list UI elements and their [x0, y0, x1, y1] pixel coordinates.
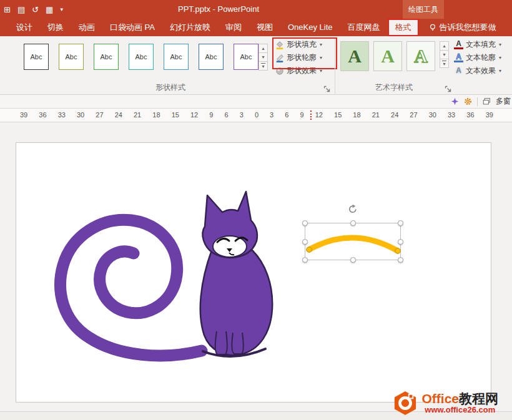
- gallery-more-icon[interactable]: ▾: [440, 59, 449, 68]
- tab-transitions[interactable]: 切换: [40, 19, 71, 36]
- shape-style-gallery: Abc Abc Abc Abc Abc Abc Abc: [24, 44, 258, 70]
- shape-effects-button[interactable]: 形状效果 ▾: [275, 66, 322, 76]
- resize-handle-w[interactable]: [302, 239, 308, 245]
- gear-icon[interactable]: [464, 97, 472, 105]
- window-title: PPT.pptx - PowerPoint: [0, 0, 437, 19]
- text-outline-label: 文本轮廓: [466, 52, 496, 63]
- wordart-style-thumbnail[interactable]: A: [406, 41, 435, 71]
- shape-format-buttons: 形状填充 ▾ 形状轮廓 ▾ 形状效果 ▾: [275, 39, 322, 76]
- office26-logo-icon: [393, 390, 417, 416]
- shape-outline-button[interactable]: 形状轮廓 ▾: [275, 52, 322, 63]
- chevron-down-icon: ▾: [320, 42, 322, 47]
- ruler-number: 18: [152, 111, 160, 119]
- ruler-number: 15: [172, 111, 179, 119]
- tab-baidu-pan[interactable]: 百度网盘: [340, 19, 388, 36]
- purple-cat-image[interactable]: [44, 187, 275, 380]
- dialog-launcher-icon[interactable]: [323, 85, 330, 92]
- selected-arc-shape[interactable]: [305, 223, 401, 260]
- text-outline-button[interactable]: A 文本轮廓 ▾: [454, 52, 501, 63]
- multi-window-icon: [483, 97, 491, 105]
- ruler-number: 24: [115, 111, 122, 119]
- tab-view[interactable]: 视图: [249, 19, 280, 36]
- wordart-style-gallery: A A A: [340, 41, 435, 71]
- arc-shape[interactable]: [305, 223, 401, 260]
- text-effects-button[interactable]: A 文本效果 ▾: [454, 66, 501, 76]
- shape-style-thumbnail[interactable]: Abc: [129, 44, 154, 70]
- effects-sphere-icon: [275, 67, 284, 76]
- tab-design[interactable]: 设计: [9, 19, 40, 36]
- tab-review[interactable]: 审阅: [218, 19, 249, 36]
- resize-handle-nw[interactable]: [302, 220, 308, 226]
- shape-style-thumbnail[interactable]: Abc: [94, 44, 119, 70]
- ruler-number: 6: [224, 111, 228, 119]
- shape-styles-group-label: 形状样式: [17, 82, 323, 93]
- brand-suffix: 教程网: [459, 391, 498, 406]
- multi-window-label[interactable]: 多窗: [496, 96, 511, 107]
- arc-adjust-handle[interactable]: [307, 247, 312, 252]
- tab-format-active[interactable]: 格式: [388, 19, 419, 36]
- office26-brand: Office教程网: [421, 391, 498, 406]
- powerpoint-window: ⊞ ▤ ↺ ▦ ▾ PPT.pptx - PowerPoint 绘图工具 设计 …: [0, 0, 512, 420]
- text-fill-label: 文本填充: [466, 39, 496, 50]
- resize-handle-se[interactable]: [398, 257, 403, 263]
- ruler-number: 12: [315, 111, 323, 119]
- shape-gallery-scrollbar: ▴ ▾ ▾: [258, 44, 268, 71]
- resize-handle-ne[interactable]: [398, 220, 403, 226]
- slide-canvas[interactable]: [16, 142, 491, 403]
- title-bar: ⊞ ▤ ↺ ▦ ▾ PPT.pptx - PowerPoint 绘图工具: [0, 0, 512, 19]
- wordart-style-thumbnail[interactable]: A: [373, 41, 402, 71]
- shape-fill-button[interactable]: 形状填充 ▾: [275, 39, 322, 50]
- shape-style-thumbnail[interactable]: Abc: [24, 44, 49, 70]
- shape-style-thumbnail[interactable]: Abc: [59, 44, 84, 70]
- office26-watermark-text: Office教程网 www.office26.com: [421, 391, 498, 414]
- gallery-more-icon[interactable]: ▾: [258, 61, 268, 71]
- ruler-number: 9: [300, 111, 304, 119]
- gallery-scroll-down-icon[interactable]: ▾: [258, 52, 268, 62]
- gallery-scroll-up-icon[interactable]: ▴: [258, 44, 268, 53]
- wordart-style-thumbnail[interactable]: A: [340, 41, 369, 71]
- shape-style-thumbnail[interactable]: Abc: [199, 44, 224, 70]
- gallery-scroll-down-icon[interactable]: ▾: [440, 50, 449, 59]
- shape-fill-label: 形状填充: [287, 39, 317, 50]
- resize-handle-sw[interactable]: [302, 257, 308, 263]
- chevron-down-icon: ▾: [499, 55, 501, 61]
- ruler-cursor-marker: [310, 110, 312, 120]
- office26-watermark: Office教程网 www.office26.com: [393, 390, 498, 416]
- office26-url: www.office26.com: [425, 406, 495, 414]
- ruler-number: 24: [391, 111, 398, 119]
- sparkle-icon[interactable]: [451, 97, 459, 105]
- rotate-handle-icon[interactable]: [348, 204, 358, 214]
- shape-style-thumbnail[interactable]: Abc: [164, 44, 189, 70]
- resize-handle-n[interactable]: [350, 220, 356, 226]
- horizontal-ruler[interactable]: 39 36 33 30 27 24 21 18 15 12 9 6 3 0 3 …: [0, 109, 512, 122]
- tab-slideshow[interactable]: 幻灯片放映: [162, 19, 218, 36]
- dialog-launcher-icon[interactable]: [445, 85, 451, 92]
- resize-handle-e[interactable]: [398, 239, 403, 245]
- gallery-scroll-up-icon[interactable]: ▴: [440, 41, 449, 51]
- tab-animations[interactable]: 动画: [71, 19, 102, 36]
- contextual-tab-group-drawing-tools: 绘图工具: [403, 0, 444, 19]
- text-effects-icon: A: [454, 67, 463, 74]
- pencil-icon: [275, 54, 284, 62]
- chevron-down-icon: ▾: [320, 55, 322, 61]
- text-fill-icon: A: [454, 41, 463, 49]
- toolbar-separator: [477, 97, 478, 106]
- ruler-number: 27: [410, 111, 417, 119]
- shape-effects-label: 形状效果: [287, 66, 317, 76]
- resize-handle-s[interactable]: [350, 257, 356, 263]
- brand-prefix: Office: [421, 391, 459, 406]
- ruler-number: 33: [58, 111, 66, 119]
- text-fill-button[interactable]: A 文本填充 ▾: [454, 39, 501, 50]
- chevron-down-icon: ▾: [499, 68, 501, 74]
- ruler-number: 36: [39, 111, 46, 119]
- tab-onekey-lite[interactable]: OneKey Lite: [280, 19, 340, 36]
- shape-style-thumbnail[interactable]: Abc: [234, 44, 258, 70]
- tab-pocket-animation[interactable]: 口袋动画 PA: [102, 19, 162, 36]
- ruler-number: 9: [209, 111, 213, 119]
- ruler-number: 15: [334, 111, 342, 119]
- lightbulb-icon: [429, 24, 436, 31]
- arc-adjust-handle[interactable]: [395, 248, 400, 253]
- tell-me-box[interactable]: 告诉我您想要做: [424, 19, 501, 36]
- wordart-styles-group-label: 艺术字样式: [337, 82, 451, 93]
- addin-toolbar-right: 多窗: [451, 95, 512, 108]
